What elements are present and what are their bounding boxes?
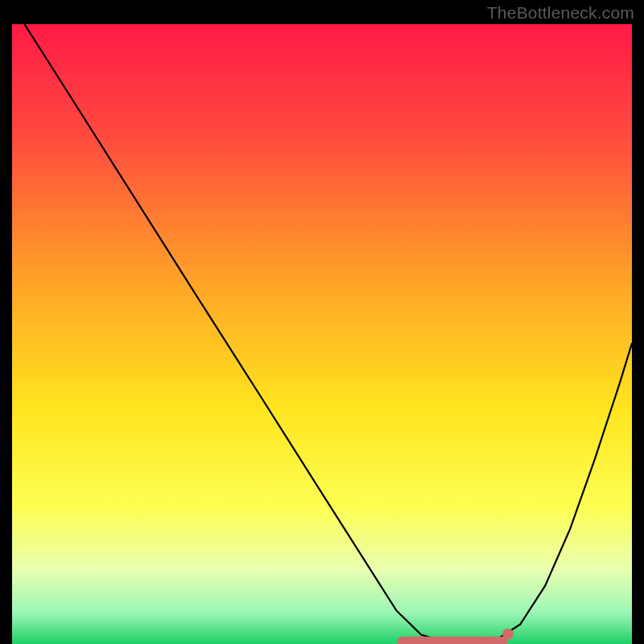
bottleneck-chart: [12, 24, 632, 644]
watermark-text: TheBottleneck.com: [487, 3, 634, 23]
highlight-dot: [502, 629, 514, 640]
chart-frame: [12, 24, 632, 644]
gradient-background: [12, 24, 632, 644]
